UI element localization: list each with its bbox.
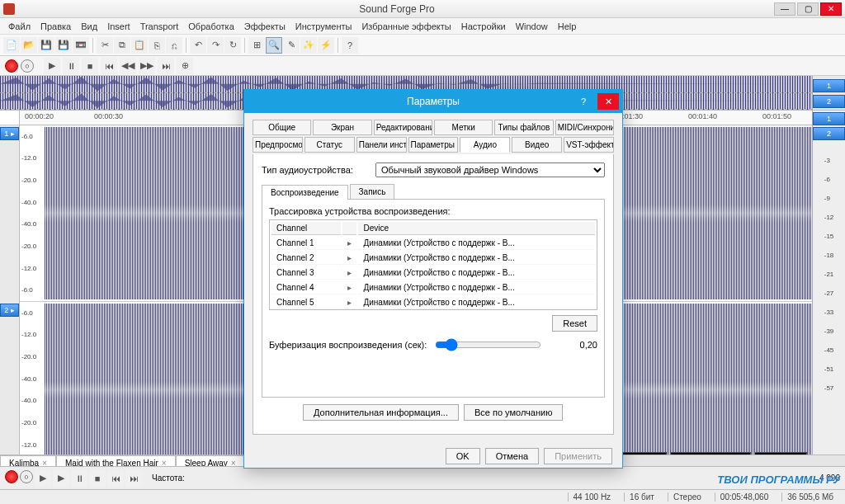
db-label: -6.0 [21,133,41,140]
help-icon[interactable]: ? [342,37,358,54]
mini-play-button[interactable]: ▶ [35,470,51,487]
pref-tab-Редактирование[interactable]: Редактирование [374,120,432,135]
loop-button[interactable]: ○ [21,59,34,73]
event-tool-icon[interactable]: ⚡ [318,37,334,54]
open-icon[interactable]: 📂 [21,37,37,54]
buffer-slider[interactable] [435,338,541,351]
redo-icon[interactable]: ↷ [207,37,224,54]
save-as-icon[interactable]: 💾 [55,37,72,54]
undo-icon[interactable]: ↶ [190,37,206,54]
select-tool-icon[interactable]: ⊞ [248,37,265,54]
pref-tab-Типы файлов[interactable]: Типы файлов [494,120,553,135]
menu-вид[interactable]: Вид [76,20,102,33]
menu-transport[interactable]: Transport [135,20,184,33]
audio-device-select[interactable]: Обычный звуковой драйвер Windows [375,163,605,177]
paste-icon[interactable]: 📋 [131,37,148,54]
mini-goto-end-button[interactable]: ⏭ [125,470,142,487]
pref-tab-Аудио[interactable]: Аудио [460,137,510,153]
save-icon[interactable]: 💾 [38,37,54,54]
goto-end-button[interactable]: ⏭ [158,58,174,74]
minimize-button[interactable]: — [774,2,795,16]
pref-tab-Панели инструментов[interactable]: Панели инструментов [356,137,407,153]
pref-tab-Параметры CD[interactable]: Параметры CD [408,137,459,153]
ok-button[interactable]: OK [446,448,480,464]
dialog-help-button[interactable]: ? [573,93,594,110]
device-row[interactable]: Channel 3▸Динамики (Устройство с поддерж… [271,266,595,280]
mini-stop-button[interactable]: ■ [89,470,106,487]
db-label: -20.0 [21,419,41,426]
device-table-scroll[interactable]: Channel Device Channel 1▸Динамики (Устро… [269,219,597,310]
db-label: -6.0 [21,286,41,294]
device-row[interactable]: Channel 4▸Динамики (Устройство с поддерж… [271,281,595,294]
pref-tab-MIDI/Синхронизация[interactable]: MIDI/Синхронизация [555,120,614,135]
pause-button[interactable]: ⏸ [63,58,79,74]
menu-избранные эффекты[interactable]: Избранные эффекты [356,20,456,33]
menu-window[interactable]: Window [511,20,553,33]
timemark: 00:00:20 [25,112,54,120]
buffer-value: 0,20 [580,340,597,350]
mini-record-button[interactable] [5,470,18,483]
pref-tab-Видео[interactable]: Видео [512,137,562,153]
render-icon[interactable]: 📼 [73,37,89,54]
menu-инструменты[interactable]: Инструменты [290,20,357,33]
meter-label: -6 [824,176,834,183]
maximize-button[interactable]: ▢ [797,2,819,16]
mini-pause-button[interactable]: ⏸ [71,470,87,487]
dialog-titlebar[interactable]: Параметры ? ✕ [244,90,622,113]
pref-tab-VST-эффекты[interactable]: VST-эффекты [564,137,614,153]
close-button[interactable]: ✕ [820,2,842,16]
pref-tab-Предпросмотр[interactable]: Предпросмотр [253,137,303,153]
stop-button[interactable]: ■ [82,58,98,74]
forward-button[interactable]: ▶▶ [139,58,155,74]
menu-файл[interactable]: Файл [3,20,35,33]
app-icon [3,3,15,15]
buffer-label: Буферизация воспроизведения (сек): [269,340,427,350]
trim-icon[interactable]: ⎌ [166,37,182,54]
record-button[interactable] [5,59,18,73]
goto-start-button[interactable]: ⏮ [101,58,117,74]
meter-ch1[interactable]: 1 [813,112,845,125]
mini-loop-button[interactable]: ○ [20,470,33,483]
dialog-close-button[interactable]: ✕ [597,93,619,110]
pref-tab-Статус[interactable]: Статус [304,137,355,153]
subtab-Запись[interactable]: Запись [350,184,395,199]
subtab-Воспроизведение[interactable]: Воспроизведение [262,185,348,200]
channel-2-badge[interactable]: 2 ▸ [0,304,19,317]
device-row[interactable]: Channel 1▸Динамики (Устройство с поддерж… [271,237,595,250]
new-icon[interactable]: 📄 [3,37,20,54]
pencil-tool-icon[interactable]: ✎ [283,37,300,54]
repeat-icon[interactable]: ↻ [224,37,241,54]
rewind-button[interactable]: ◀◀ [120,58,136,74]
cut-icon[interactable]: ✂ [97,37,113,54]
cursor-center-button[interactable]: ⊕ [177,58,193,74]
meter-ch2[interactable]: 2 [813,127,845,140]
overview-ch1-badge[interactable]: 1 [813,79,845,92]
device-row[interactable]: Channel 5▸Динамики (Устройство с поддерж… [271,296,595,309]
mix-icon[interactable]: ⎘ [149,37,165,54]
overview-ch2-badge[interactable]: 2 [813,95,845,108]
reset-button[interactable]: Reset [552,315,597,332]
menu-insert[interactable]: Insert [102,20,135,33]
defaults-button[interactable]: Все по умолчанию [464,404,563,421]
magnify-tool-icon[interactable]: 🔍 [266,37,282,54]
play-button[interactable]: ▶ [44,58,60,74]
menu-эффекты[interactable]: Эффекты [239,20,290,33]
wand-tool-icon[interactable]: ✨ [300,37,317,54]
pref-tab-Экран[interactable]: Экран [313,120,371,135]
menu-обработка[interactable]: Обработка [183,20,238,33]
channel-1-badge[interactable]: 1 ▸ [0,127,19,140]
mini-goto-start-button[interactable]: ⏮ [107,470,124,487]
cancel-button[interactable]: Отмена [485,448,539,464]
db-label: -20.0 [21,243,41,250]
device-row[interactable]: Channel 2▸Динамики (Устройство с поддерж… [271,252,595,265]
extra-info-button[interactable]: Дополнительная информация... [303,404,459,421]
copy-icon[interactable]: ⧉ [114,37,130,54]
mini-play-all-button[interactable]: ▶ [53,470,69,487]
menu-настройки[interactable]: Настройки [456,20,511,33]
pref-tab-Метки[interactable]: Метки [434,120,493,135]
level-meter: 1 2 -3-6-9-12-15-18-21-27-33-39-45-51-57 [812,111,845,478]
menu-help[interactable]: Help [553,20,582,33]
menu-правка[interactable]: Правка [35,20,76,33]
apply-button[interactable]: Применить [544,448,612,464]
pref-tab-Общие[interactable]: Общие [253,120,311,135]
